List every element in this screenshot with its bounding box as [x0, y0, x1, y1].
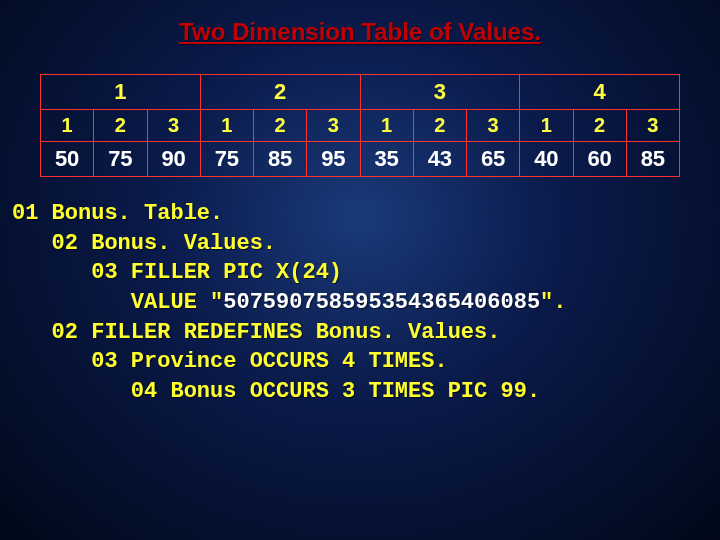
sub-header-cell: 2: [573, 110, 626, 142]
code-line: 02 Bonus. Values.: [12, 231, 276, 256]
sub-header-cell: 3: [626, 110, 679, 142]
value-cell: 60: [573, 142, 626, 177]
sub-header-cell: 2: [94, 110, 147, 142]
sub-header-cell: 1: [200, 110, 253, 142]
value-cell: 65: [467, 142, 520, 177]
value-cell: 35: [360, 142, 413, 177]
value-cell: 50: [41, 142, 94, 177]
group-header-cell: 3: [360, 75, 520, 110]
code-line: 02 FILLER REDEFINES Bonus. Values.: [12, 320, 500, 345]
value-cell: 95: [307, 142, 360, 177]
sub-header-cell: 2: [413, 110, 466, 142]
value-cell: 85: [626, 142, 679, 177]
sub-header-cell: 1: [520, 110, 573, 142]
group-header-row: 1 2 3 4: [41, 75, 680, 110]
group-header-cell: 2: [200, 75, 360, 110]
code-line: 03 Province OCCURS 4 TIMES.: [12, 349, 448, 374]
value-cell: 90: [147, 142, 200, 177]
bonus-table: 1 2 3 4 1 2 3 1 2 3 1 2 3 1 2 3 50 75 90…: [40, 74, 680, 177]
value-cell: 75: [94, 142, 147, 177]
sub-header-row: 1 2 3 1 2 3 1 2 3 1 2 3: [41, 110, 680, 142]
code-line: 03 FILLER PIC X(24): [12, 260, 342, 285]
code-line: 01 Bonus. Table.: [12, 201, 223, 226]
sub-header-cell: 3: [307, 110, 360, 142]
value-row: 50 75 90 75 85 95 35 43 65 40 60 85: [41, 142, 680, 177]
literal-value: 507590758595354365406085: [223, 290, 540, 315]
group-header-cell: 1: [41, 75, 201, 110]
value-cell: 40: [520, 142, 573, 177]
slide-title: Two Dimension Table of Values.: [0, 0, 720, 46]
value-cell: 43: [413, 142, 466, 177]
cobol-code: 01 Bonus. Table. 02 Bonus. Values. 03 FI…: [12, 199, 710, 407]
code-line: VALUE "507590758595354365406085".: [12, 290, 567, 315]
group-header-cell: 4: [520, 75, 680, 110]
sub-header-cell: 1: [360, 110, 413, 142]
code-line: 04 Bonus OCCURS 3 TIMES PIC 99.: [12, 379, 540, 404]
sub-header-cell: 3: [467, 110, 520, 142]
sub-header-cell: 1: [41, 110, 94, 142]
value-cell: 75: [200, 142, 253, 177]
sub-header-cell: 3: [147, 110, 200, 142]
value-cell: 85: [254, 142, 307, 177]
sub-header-cell: 2: [254, 110, 307, 142]
